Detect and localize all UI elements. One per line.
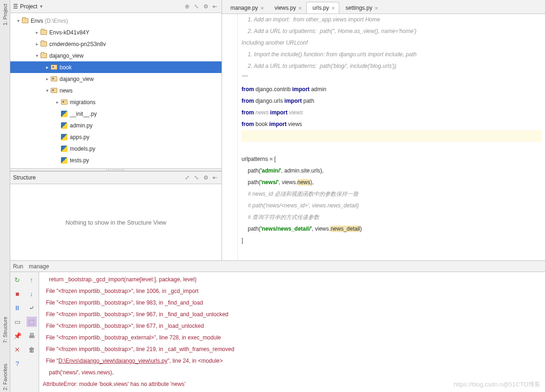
tool-project[interactable]: 1: Project	[2, 2, 8, 27]
package-icon	[61, 100, 67, 105]
watermark: https://blog.csdn.n@51CTO博客	[454, 379, 540, 390]
project-pane-header: ☰ Project ▼ ⊕ ⤡ ⚙ ⇤	[10, 0, 222, 13]
tree-item[interactable]: tests.py	[10, 154, 222, 166]
tree-root[interactable]: ▾Envs (D:\Envs)	[10, 15, 222, 27]
print-button[interactable]: 🖶	[27, 331, 37, 341]
tree-item[interactable]: ▸Envs-kD41v84Y	[10, 27, 222, 38]
tab-label: manage.py	[230, 5, 258, 11]
folder-icon	[40, 41, 47, 47]
folder-icon	[40, 30, 47, 35]
tree-item[interactable]: ▾dajango_view	[10, 50, 222, 61]
run-header: Run manage	[10, 261, 545, 272]
code-editor[interactable]: 1. Add an import: from other_app.views i…	[222, 14, 545, 260]
trash-button[interactable]: 🗑	[27, 345, 37, 355]
package-icon	[51, 88, 57, 93]
down-button[interactable]: ↓	[27, 289, 37, 299]
package-icon	[51, 65, 57, 70]
run-title: Run	[13, 263, 23, 270]
editor-tab[interactable]: urls.py×	[306, 2, 339, 13]
code-content[interactable]: 1. Add an import: from other_app.views i…	[238, 14, 545, 260]
tree-item-label: tests.py	[70, 157, 89, 164]
tree-item-label: apps.py	[70, 134, 89, 140]
gear-icon[interactable]: ⚙	[202, 3, 209, 10]
tree-item[interactable]: models.py	[10, 143, 222, 154]
tree-item-label: Envs-kD41v84Y	[49, 29, 89, 36]
tool-structure[interactable]: 7: Structure	[2, 315, 8, 345]
tree-item[interactable]: admin.py	[10, 120, 222, 131]
tree-item-label: dajango_view	[49, 53, 83, 59]
tree-item[interactable]: __init__.py	[10, 108, 222, 120]
gear-icon[interactable]: ⚙	[202, 174, 209, 181]
layout-button[interactable]: ▭	[12, 317, 22, 327]
editor-tab[interactable]: manage.py×	[224, 2, 268, 13]
collapse-icon[interactable]: ⤡	[193, 3, 200, 10]
tree-item-label: models.py	[70, 146, 95, 152]
tree-item-label: migrations	[70, 99, 95, 106]
tree-item[interactable]: ▸migrations	[10, 96, 222, 108]
project-view-icon: ☰	[13, 3, 18, 10]
run-config: manage	[29, 263, 49, 270]
tree-item-label: book	[60, 64, 72, 71]
help-button[interactable]: ?	[12, 359, 22, 369]
folder-icon	[40, 53, 47, 58]
hide-icon[interactable]: ⇤	[211, 174, 219, 181]
editor-tab[interactable]: settings.py×	[339, 2, 383, 13]
tool-favorites[interactable]: 2: Favorites	[2, 362, 8, 392]
python-file-icon	[61, 122, 67, 129]
python-file-icon	[61, 134, 67, 140]
up-button[interactable]: ↑	[27, 275, 37, 285]
tree-item-label: admin.py	[70, 122, 93, 129]
expand-icon[interactable]: ⤢	[183, 174, 191, 181]
close-button[interactable]: ✕	[12, 345, 22, 355]
run-toolbar: ↻ ■ ⏸ ▭ 📌 ✕ ? ↑ ↓ ⤶ ⬚ 🖶 🗑	[10, 272, 39, 392]
tree-item-label: __init__.py	[70, 111, 97, 117]
editor-gutter	[222, 14, 238, 260]
structure-empty: Nothing to show in the Structure View	[10, 184, 222, 260]
close-icon[interactable]: ×	[298, 5, 302, 12]
tree-item[interactable]: ▸cmderdemo-pn2S3n8v	[10, 38, 222, 50]
pin-button[interactable]: 📌	[12, 331, 22, 341]
python-file-icon	[61, 146, 67, 152]
left-tool-gutter: 1: Project 7: Structure 2: Favorites	[0, 0, 10, 392]
console-output[interactable]: return _bootstrap._gcd_import(name[level…	[39, 272, 545, 392]
target-icon[interactable]: ⊕	[183, 3, 191, 10]
tree-item[interactable]: ▾news	[10, 85, 222, 96]
structure-pane-header: Structure ⤢ ⤡ ⚙ ⇤	[10, 171, 222, 184]
editor-tabs: manage.py×views.py×urls.py×settings.py×	[222, 0, 545, 14]
structure-title: Structure	[13, 174, 36, 181]
pause-button[interactable]: ⏸	[12, 303, 22, 313]
tree-item[interactable]: ▸book	[10, 61, 222, 73]
chevron-down-icon[interactable]: ▼	[39, 4, 43, 9]
project-title: Project	[20, 3, 37, 10]
scroll-button[interactable]: ⬚	[27, 317, 37, 327]
tab-label: urls.py	[313, 5, 329, 11]
close-icon[interactable]: ×	[331, 5, 335, 12]
editor-tab[interactable]: views.py×	[268, 2, 306, 13]
python-file-icon	[61, 157, 67, 164]
project-tree[interactable]: ▾Envs (D:\Envs) ▸Envs-kD41v84Y▸cmderdemo…	[10, 13, 222, 168]
tree-item-label: cmderdemo-pn2S3n8v	[49, 41, 106, 47]
close-icon[interactable]: ×	[375, 5, 378, 12]
tab-label: settings.py	[346, 5, 372, 11]
collapse-all-icon[interactable]: ⤡	[193, 174, 200, 181]
close-icon[interactable]: ×	[260, 5, 264, 12]
folder-icon	[22, 18, 28, 23]
stop-button[interactable]: ■	[12, 289, 22, 299]
tree-item[interactable]: ▸dajango_view	[10, 73, 222, 85]
tree-item-label: news	[60, 87, 73, 94]
tree-item[interactable]: apps.py	[10, 131, 222, 143]
rerun-button[interactable]: ↻	[12, 275, 22, 285]
hide-icon[interactable]: ⇤	[211, 3, 219, 10]
package-icon	[51, 76, 57, 81]
tab-label: views.py	[275, 5, 296, 11]
wrap-button[interactable]: ⤶	[27, 303, 37, 313]
tree-item-label: dajango_view	[60, 76, 94, 82]
python-file-icon	[61, 111, 67, 117]
